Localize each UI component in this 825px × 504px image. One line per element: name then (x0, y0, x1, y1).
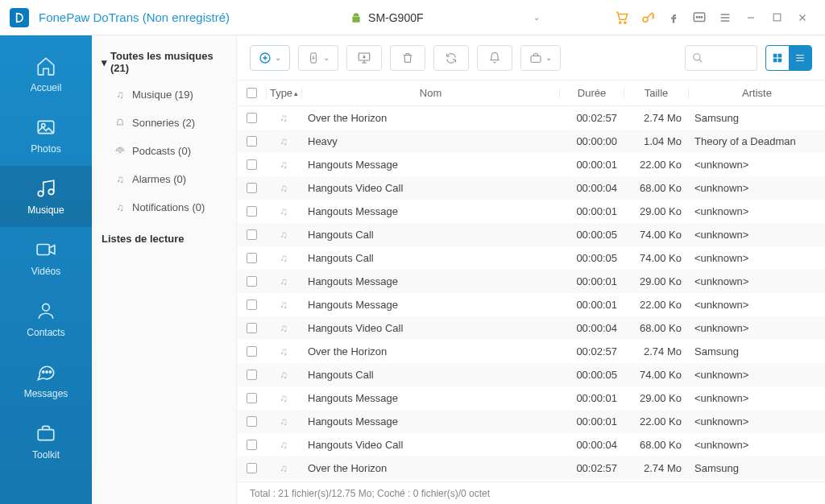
cell-duration: 00:00:04 (559, 322, 624, 334)
cell-size: 68.00 Ko (624, 182, 688, 194)
facebook-icon[interactable] (664, 8, 683, 27)
sidebar-item-music[interactable]: Musique (0, 166, 92, 227)
row-checkbox[interactable] (247, 229, 257, 240)
table-row[interactable]: ♫Hangouts Call00:00:0574.00 Ko<unknown> (237, 363, 825, 386)
col-duration[interactable]: Durée (559, 87, 624, 99)
subpanel-item-notifications[interactable]: ♫ Notifications (0) (92, 193, 236, 221)
export-to-pc-button[interactable] (346, 45, 382, 71)
delete-button[interactable] (390, 45, 425, 71)
table-row[interactable]: ♫Hangouts Message00:00:0129.00 Ko<unknow… (237, 386, 825, 410)
search-input[interactable] (707, 52, 747, 64)
cell-artist: <unknown> (688, 369, 825, 381)
view-toggle (765, 45, 812, 71)
table-row[interactable]: ♫Hangouts Call00:00:0574.00 Ko<unknown> (237, 223, 825, 246)
subpanel-item-music[interactable]: ♫ Musique (19) (92, 81, 236, 109)
subpanel-item-ringtones[interactable]: Sonneries (2) (92, 109, 236, 137)
row-checkbox[interactable] (247, 159, 257, 170)
row-checkbox[interactable] (247, 183, 257, 193)
cell-artist: Samsung (688, 345, 825, 357)
app-logo (10, 8, 29, 27)
row-checkbox[interactable] (247, 323, 257, 333)
cell-duration: 00:00:05 (559, 229, 624, 241)
cell-artist: Samsung (688, 112, 825, 124)
search-box[interactable] (685, 45, 757, 71)
row-checkbox[interactable] (247, 416, 257, 427)
podcast-icon (114, 146, 126, 157)
music-note-icon: ♫ (266, 112, 301, 124)
table-row[interactable]: ♫Over the Horizon00:02:572.74 MoSamsung (237, 106, 825, 130)
table-row[interactable]: ♫Hangouts Video Call00:00:0468.00 Ko<unk… (237, 433, 825, 456)
sidebar-item-videos[interactable]: Vidéos (0, 227, 92, 288)
table-row[interactable]: ♫Hangouts Video Call00:00:0468.00 Ko<unk… (237, 176, 825, 200)
cell-artist: <unknown> (688, 182, 825, 194)
subpanel-playlists-title[interactable]: Listes de lecture (92, 221, 236, 251)
export-to-device-button[interactable]: ⌄ (298, 45, 338, 71)
cell-duration: 00:00:05 (559, 369, 624, 381)
table-row[interactable]: ♫Over the Horizon00:02:572.74 MoSamsung (237, 340, 825, 363)
subpanel-item-podcasts[interactable]: Podcasts (0) (92, 137, 236, 165)
table-row[interactable]: ♫Hangouts Message00:00:0122.00 Ko<unknow… (237, 410, 825, 433)
svg-point-18 (119, 150, 122, 152)
col-type[interactable]: Type▴ (266, 87, 301, 99)
col-artist[interactable]: Artiste (688, 87, 825, 99)
svg-rect-7 (773, 14, 781, 21)
maximize-button[interactable] (767, 8, 786, 27)
subpanel-item-alarms[interactable]: ♫ Alarmes (0) (92, 165, 236, 193)
row-checkbox[interactable] (247, 393, 257, 403)
key-icon[interactable] (638, 8, 657, 27)
sidebar-item-toolkit[interactable]: Toolkit (0, 411, 92, 472)
col-size[interactable]: Taille (624, 87, 688, 99)
refresh-button[interactable] (433, 45, 469, 71)
status-text: Total : 21 fichier(s)/12.75 Mo; Coché : … (250, 488, 490, 499)
table-row[interactable]: ♫Hangouts Video Call00:00:0468.00 Ko<unk… (237, 316, 825, 340)
close-button[interactable] (793, 8, 812, 27)
sidebar-item-photos[interactable]: Photos (0, 105, 92, 166)
table-row[interactable]: ♫Hangouts Call00:00:0574.00 Ko<unknown> (237, 246, 825, 270)
cell-name: Heavy (301, 135, 559, 147)
sidebar-item-messages[interactable]: Messages (0, 349, 92, 411)
row-checkbox[interactable] (247, 440, 257, 450)
photos-icon (35, 116, 57, 138)
menu-icon[interactable] (715, 8, 735, 27)
row-checkbox[interactable] (247, 206, 257, 217)
table-row[interactable]: ♫Hangouts Message00:00:0122.00 Ko<unknow… (237, 293, 825, 316)
col-name[interactable]: Nom (301, 87, 559, 99)
sidebar-item-label: Contacts (27, 327, 64, 338)
table-row[interactable]: ♫Over the Horizon00:02:572.74 MoSamsung (237, 456, 825, 480)
contacts-icon (35, 300, 57, 322)
cell-duration: 00:02:57 (559, 462, 624, 474)
add-button[interactable]: ⌄ (250, 45, 290, 71)
table-row[interactable]: ♫Heavy00:00:001.04 MoTheory of a Deadman (237, 130, 825, 153)
status-bar: Total : 21 fichier(s)/12.75 Mo; Coché : … (237, 481, 825, 504)
row-checkbox[interactable] (247, 300, 257, 310)
sidebar-item-contacts[interactable]: Contacts (0, 288, 92, 349)
cell-size: 29.00 Ko (624, 392, 688, 404)
list-view-button[interactable] (789, 46, 811, 70)
toolbox-button[interactable]: ⌄ (520, 45, 561, 71)
sidebar-item-home[interactable]: Accueil (0, 43, 92, 105)
ringtone-button[interactable] (477, 45, 512, 71)
minimize-button[interactable] (741, 8, 761, 27)
row-checkbox[interactable] (247, 113, 257, 123)
row-checkbox[interactable] (247, 463, 257, 473)
svg-point-5 (699, 16, 700, 18)
device-selector[interactable]: SM-G900F ⌄ (342, 8, 547, 27)
feedback-icon[interactable] (690, 8, 709, 27)
cell-size: 29.00 Ko (624, 205, 688, 217)
cell-artist: Theory of a Deadman (688, 135, 825, 147)
row-checkbox[interactable] (247, 276, 257, 287)
row-checkbox[interactable] (247, 253, 257, 263)
cart-icon[interactable] (612, 8, 632, 27)
cell-size: 2.74 Mo (624, 462, 688, 474)
row-checkbox[interactable] (247, 370, 257, 380)
subpanel-group-title[interactable]: ▾ Toutes les musiques (21) (92, 43, 236, 81)
table-row[interactable]: ♫Hangouts Message00:00:0129.00 Ko<unknow… (237, 270, 825, 293)
table-row[interactable]: ♫Hangouts Message00:00:0129.00 Ko<unknow… (237, 200, 825, 223)
select-all-checkbox[interactable] (247, 88, 257, 98)
row-checkbox[interactable] (247, 136, 257, 147)
row-checkbox[interactable] (247, 346, 257, 357)
grid-view-button[interactable] (766, 46, 789, 70)
toolbar: ⌄ ⌄ ⌄ (237, 35, 825, 81)
content: ⌄ ⌄ ⌄ Type▴ Nom Durée Taille (237, 35, 825, 504)
table-row[interactable]: ♫Hangouts Message00:00:0122.00 Ko<unknow… (237, 153, 825, 176)
